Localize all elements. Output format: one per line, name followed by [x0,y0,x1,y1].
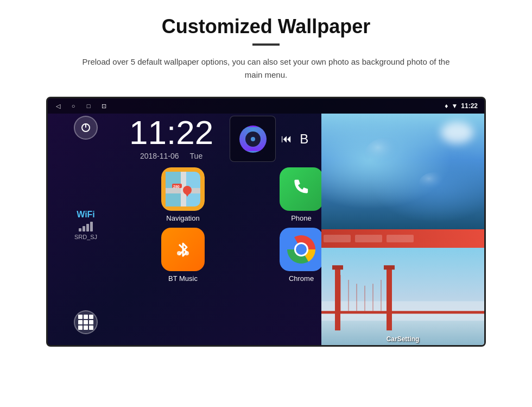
wallpaper-ice-cave[interactable] [321,114,484,229]
recent-icon[interactable]: □ [85,102,92,110]
chrome-label: Chrome [289,274,314,283]
apps-grid-icon [78,315,93,330]
signal-dot [251,137,255,141]
wallpaper-middle-bar [321,229,484,248]
title-divider [252,43,280,46]
device-frame: ◁ ○ □ ⊡ ♦ ▼ 11:22 [46,97,486,347]
clock-date-value: 2018-11-06 [140,152,179,160]
top-widgets: ⏮ B [230,116,308,162]
svg-rect-32 [321,301,484,321]
red-bar-elem1 [324,235,351,242]
navigation-icon-svg: 280 [161,167,205,211]
red-bar-elem3 [387,235,414,242]
wifi-bar-2 [83,226,85,231]
clock-date: 2018-11-06 Tue [140,152,202,160]
svg-rect-34 [332,265,343,270]
wallpaper-bridge[interactable]: CarSetting [321,248,484,345]
bridge-svg [321,248,484,345]
grid-dot [78,320,83,324]
phone-app-icon [280,167,323,211]
wifi-ssid: SRD_SJ [74,234,97,240]
ice-texture-svg [321,114,484,229]
svg-rect-36 [384,265,395,270]
left-sidebar: WiFi SRD_SJ [48,98,124,345]
app-item-navigation[interactable]: 280 Navigation [126,167,239,222]
grid-dot [89,325,93,330]
wifi-bar-3 [86,224,89,231]
svg-point-28 [365,138,408,171]
apps-button[interactable] [74,310,98,334]
svg-text:280: 280 [173,185,180,189]
status-bar-right: ♦ ▼ 11:22 [445,102,478,110]
svg-point-17 [185,251,189,255]
bt-music-icon-svg [169,236,197,263]
clock-day-value: Tue [190,152,203,160]
wifi-status-icon: ▼ [451,102,458,110]
wifi-info: WiFi SRD_SJ [74,210,97,240]
svg-rect-37 [321,311,484,314]
prev-track-button[interactable]: ⏮ [281,133,292,145]
power-icon [80,122,91,133]
bt-music-app-icon [161,228,205,271]
grid-dot [84,320,88,324]
camera-icon[interactable]: ⊡ [100,102,107,110]
grid-dot [84,325,88,330]
screen-content: WiFi SRD_SJ [48,98,484,345]
wallpaper-overlays: CarSetting [321,114,484,345]
status-bar-left: ◁ ○ □ ⊡ [54,102,107,110]
media-controls: ⏮ B [281,132,308,147]
red-bar-elem2 [355,235,382,242]
wifi-bar-4 [90,222,93,231]
grid-dot [89,315,93,319]
phone-label: Phone [291,214,312,222]
phone-icon-svg [288,176,315,203]
status-time: 11:22 [461,102,478,110]
wifi-label: WiFi [74,210,97,220]
location-icon: ♦ [445,102,448,110]
svg-rect-35 [387,267,392,330]
signal-widget [230,116,276,162]
svg-point-16 [177,251,181,255]
home-icon[interactable]: ○ [69,102,77,110]
chrome-icon-svg [280,228,323,271]
grid-dot [78,315,83,319]
next-track-button[interactable]: B [300,132,308,147]
navigation-app-icon: 280 [161,167,205,211]
page-subtitle: Preload over 5 default wallpaper options… [81,55,451,82]
svg-point-29 [419,172,452,194]
grid-dot [78,325,83,330]
signal-circle [239,126,267,153]
chrome-app-icon [280,228,323,271]
page-title: Customized Wallpaper [162,15,371,38]
wifi-bar-1 [79,228,81,231]
page-container: Customized Wallpaper Preload over 5 defa… [0,0,532,407]
clock-time: 11:22 [129,116,213,149]
svg-rect-33 [335,267,340,330]
signal-inner [245,132,261,147]
grid-dot [89,320,93,324]
bridge-scene-bg [321,248,484,345]
clock-area: 11:22 2018-11-06 Tue [129,116,213,160]
grid-dot [84,315,88,319]
wifi-bars [74,222,97,231]
back-icon[interactable]: ◁ [54,102,62,110]
bt-music-label: BT Music [168,274,198,283]
app-item-bt-music[interactable]: BT Music [126,228,239,283]
power-button[interactable] [74,116,98,140]
status-bar: ◁ ○ □ ⊡ ♦ ▼ 11:22 [48,98,484,114]
navigation-label: Navigation [166,214,199,222]
svg-point-21 [296,244,307,255]
carsetting-label: CarSetting [321,335,484,343]
